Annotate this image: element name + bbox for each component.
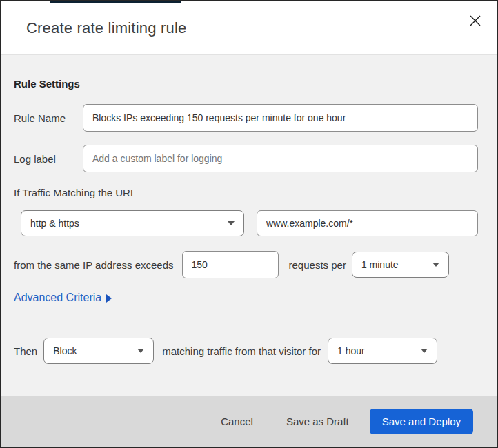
action-middle-text: matching traffic from that visitor for [162,345,321,357]
url-pattern-input[interactable] [257,210,478,236]
scheme-select[interactable]: http & https [21,210,244,236]
duration-select-value: 1 hour [337,345,365,356]
threshold-prefix-text: from the same IP address exceeds [14,259,174,271]
action-select-value: Block [53,345,77,356]
close-button[interactable] [466,12,484,30]
chevron-down-icon [228,221,235,225]
threshold-input[interactable] [182,251,279,278]
advanced-criteria-label: Advanced Criteria [14,292,101,304]
chevron-down-icon [432,263,439,267]
cancel-button[interactable]: Cancel [219,411,255,431]
log-label-row: Log label [14,145,478,172]
page-title: Create rate limiting rule [26,19,186,37]
save-as-draft-button[interactable]: Save as Draft [285,411,350,431]
then-text: Then [14,345,37,357]
threshold-row: from the same IP address exceeds request… [14,251,478,278]
chevron-down-icon [421,349,428,353]
rule-settings-heading: Rule Settings [14,78,478,90]
create-rate-limiting-rule-dialog: Create rate limiting rule Rule Settings … [0,0,498,448]
advanced-criteria-link[interactable]: Advanced Criteria [14,292,112,304]
section-divider [14,318,478,318]
log-label-label: Log label [14,153,83,165]
rule-name-row: Rule Name [14,104,478,132]
dialog-footer: Cancel Save as Draft Save and Deploy [1,396,497,447]
close-icon [469,14,481,29]
action-select[interactable]: Block [43,338,154,364]
traffic-match-heading: If Traffic Matching the URL [14,187,478,198]
threshold-middle-text: requests per [289,259,346,271]
triangle-right-icon [106,294,112,303]
chevron-down-icon [137,349,144,353]
duration-select[interactable]: 1 hour [328,338,437,364]
url-match-row: http & https [14,210,478,236]
rule-name-label: Rule Name [14,112,83,124]
period-select-value: 1 minute [361,259,399,270]
dialog-header: Create rate limiting rule [1,1,497,55]
action-row: Then Block matching traffic from that vi… [14,338,478,364]
rule-name-input[interactable] [83,104,478,132]
log-label-input[interactable] [83,145,478,172]
background-page-strip [50,1,181,3]
period-select[interactable]: 1 minute [352,252,449,278]
scheme-select-value: http & https [30,218,79,229]
save-and-deploy-button[interactable]: Save and Deploy [370,409,473,434]
dialog-body: Rule Settings Rule Name Log label If Tra… [1,55,497,396]
